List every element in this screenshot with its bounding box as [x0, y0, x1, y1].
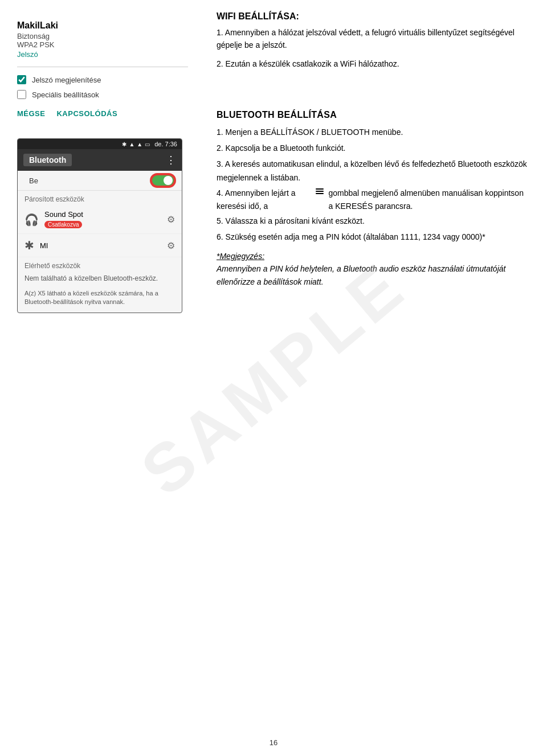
phone-note-text: A(z) X5 látható a közeli eszközök számár… [18, 287, 182, 313]
phone-toggle-row: Be [18, 171, 182, 191]
toggle-knob [164, 176, 173, 185]
page-number: 16 [270, 738, 277, 747]
paired-devices-title: Párosított eszközök [18, 191, 182, 206]
bt-note-text: Amennyiben a PIN kód helytelen, a Blueto… [217, 264, 505, 286]
wifi-buttons: MÉGSE KAPCSOLÓDÁS [17, 109, 188, 118]
wifi-step2: 2. Ezután a készülék csatlakozik a WiFi … [217, 57, 530, 70]
device-name: MakilLaki [17, 20, 188, 31]
bt-step4-suffix: gombbal megjelenő almenüben manuálisan k… [328, 187, 530, 212]
bt-step3: 3. A keresés automatikusan elindul, a kö… [217, 158, 530, 185]
wifi-setup-title: WIFI BEÁLLÍTÁSA: [217, 11, 530, 22]
wifi-dialog-section: MakilLaki Biztonság WPA2 PSK Jelszó Jels… [17, 11, 188, 125]
security-label: Biztonság [17, 32, 188, 40]
menu-icon [316, 188, 324, 194]
bt-step5: 5. Válassza ki a párosítani kívánt eszkö… [217, 215, 530, 228]
show-password-checkbox[interactable] [17, 75, 26, 84]
headphones-icon: 🎧 [25, 213, 39, 227]
phone-mockup: ✱ ▲ ▲ ▭ de. 7:36 Bluetooth ⋮ Be Párosíto… [17, 138, 182, 313]
show-password-row: Jelszó megjelenítése [17, 75, 188, 84]
not-found-text: Nem található a közelben Bluetooth-eszkö… [18, 272, 182, 287]
bt-note-title: *Megjegyzés: [217, 252, 264, 261]
bt-step6: 6. Szükség esetén adja meg a PIN kódot (… [217, 231, 530, 244]
statusbar-icon-battery: ▭ [145, 141, 150, 147]
wpa-label: WPA2 PSK [17, 40, 188, 49]
special-settings-label: Speciális beállítások [32, 91, 99, 99]
bt-step4: 4. Amennyiben lejárt a keresési idő, a g… [217, 187, 530, 212]
be-label: Be [29, 176, 38, 185]
section-gap [217, 76, 530, 110]
bluetooth-title: Bluetooth [23, 154, 72, 166]
special-settings-row: Speciális beállítások [17, 90, 188, 99]
sound-spot-row: 🎧 Sound Spot Csatlakozva ⚙ [18, 206, 182, 234]
connect-button[interactable]: KAPCSOLÓDÁS [56, 109, 117, 118]
sound-spot-gear-icon[interactable]: ⚙ [167, 214, 175, 225]
left-column: MakilLaki Biztonság WPA2 PSK Jelszó Jels… [17, 11, 199, 745]
bt-step2: 2. Kapcsolja be a Bluetooth funkciót. [217, 142, 530, 155]
statusbar-time: de. 7:36 [154, 141, 177, 147]
bt-note: *Megjegyzés: Amennyiben a PIN kód helyte… [217, 250, 530, 288]
bt-setup-title: BLUETOOTH BEÁLLÍTÁSA [217, 110, 530, 120]
mi-gear-icon[interactable]: ⚙ [167, 240, 175, 251]
special-settings-checkbox[interactable] [17, 90, 26, 99]
bluetooth-toggle[interactable] [151, 174, 175, 187]
more-options-icon[interactable]: ⋮ [166, 154, 176, 166]
available-devices-title: Elérhető eszközök [18, 257, 182, 272]
bluetooth-device-icon: ✱ [25, 239, 34, 252]
divider [17, 67, 188, 67]
show-password-label: Jelszó megjelenítése [32, 76, 101, 84]
bluetooth-setup-section: BLUETOOTH BEÁLLÍTÁSA 1. Menjen a BEÁLLÍT… [217, 110, 530, 288]
statusbar-icon-bt: ✱ [122, 141, 126, 147]
cancel-button[interactable]: MÉGSE [17, 109, 45, 118]
statusbar-icon-signal: ▲ [137, 141, 142, 147]
wifi-step1: 1. Amennyiben a hálózat jelszóval védett… [217, 26, 530, 52]
wifi-setup-section: WIFI BEÁLLÍTÁSA: 1. Amennyiben a hálózat… [217, 11, 530, 70]
bt-step1: 1. Menjen a BEÁLLÍTÁSOK / BLUETOOTH menü… [217, 126, 530, 139]
bt-step4-prefix: 4. Amennyiben lejárt a keresési idő, a [217, 187, 311, 212]
right-column: WIFI BEÁLLÍTÁSA: 1. Amennyiben a hálózat… [199, 11, 530, 745]
phone-statusbar: ✱ ▲ ▲ ▭ de. 7:36 [18, 139, 182, 149]
jelszo-link[interactable]: Jelszó [17, 50, 188, 59]
statusbar-icon-wifi: ▲ [129, 141, 134, 147]
sound-spot-name: Sound Spot [44, 210, 161, 219]
mi-label: MI [40, 241, 161, 250]
connected-badge: Csatlakozva [44, 221, 82, 228]
phone-bluetooth-header: Bluetooth ⋮ [18, 149, 182, 171]
mi-row: ✱ MI ⚙ [18, 234, 182, 257]
sound-spot-info: Sound Spot Csatlakozva [44, 210, 161, 229]
